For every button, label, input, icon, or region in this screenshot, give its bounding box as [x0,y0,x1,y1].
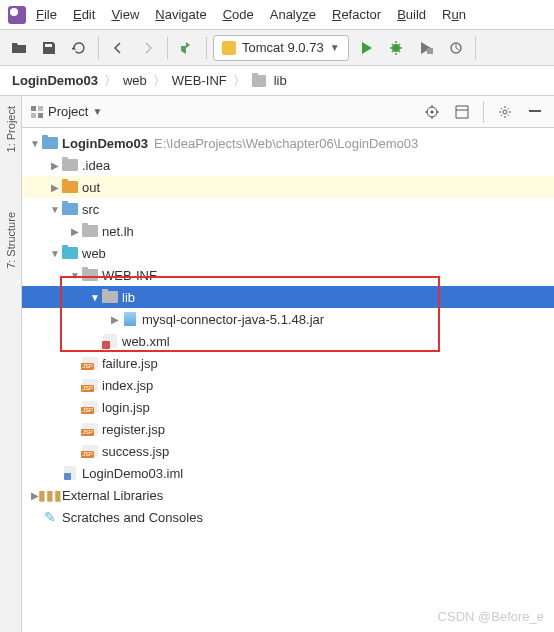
menu-navigate[interactable]: Navigate [149,4,212,25]
svg-point-9 [503,110,507,114]
library-icon: ▮▮▮ [42,487,58,503]
hide-button[interactable] [524,101,546,123]
svg-rect-3 [31,106,36,111]
tree-node-iml[interactable]: LoginDemo03.iml [22,462,554,484]
run-config-select[interactable]: Tomcat 9.0.73 ▼ [213,35,349,61]
svg-rect-1 [427,48,433,54]
settings-button[interactable] [494,101,516,123]
panel-header: Project ▼ [22,96,554,128]
run-button[interactable] [353,35,379,61]
tree-node-lib[interactable]: ▼ lib [22,286,554,308]
tree-node-webxml[interactable]: web.xml [22,330,554,352]
module-icon [42,137,58,149]
tree-node-out[interactable]: ▶ out [22,176,554,198]
chevron-down-icon[interactable]: ▼ [92,106,102,117]
forward-button[interactable] [135,35,161,61]
tree-node-idea[interactable]: ▶ .idea [22,154,554,176]
tomcat-icon [222,41,236,55]
breadcrumb-root[interactable]: LoginDemo03 [12,73,98,88]
side-tabs: 1: Project 7: Structure [0,96,22,632]
profile-button[interactable] [443,35,469,61]
folder-icon [102,291,118,303]
tree-root[interactable]: ▼ LoginDemo03 E:\IdeaProjects\Web\chapte… [22,132,554,154]
save-button[interactable] [36,35,62,61]
panel-title: Project [48,104,88,119]
menu-refactor[interactable]: Refactor [326,4,387,25]
svg-rect-5 [31,113,36,118]
app-icon [8,6,26,24]
project-panel-icon [30,105,44,119]
tree-node-scratches[interactable]: ✎ Scratches and Consoles [22,506,554,528]
tree-node-src[interactable]: ▼ src [22,198,554,220]
folder-icon [62,181,78,193]
package-icon [82,225,98,237]
tree-node-webinf[interactable]: ▼ WEB-INF [22,264,554,286]
open-button[interactable] [6,35,32,61]
source-folder-icon [62,203,78,215]
refresh-button[interactable] [66,35,92,61]
back-button[interactable] [105,35,131,61]
menu-run[interactable]: Run [436,4,472,25]
jsp-icon [82,357,98,369]
svg-point-0 [392,44,400,52]
build-button[interactable] [174,35,200,61]
jsp-icon [82,401,98,413]
jsp-icon [82,379,98,391]
breadcrumb: LoginDemo03 〉 web 〉 WEB-INF 〉 lib [0,66,554,96]
watermark: CSDN @Before_e [438,609,544,624]
svg-rect-4 [38,106,43,111]
jsp-icon [82,445,98,457]
tab-structure[interactable]: 7: Structure [5,212,17,269]
svg-point-8 [431,110,434,113]
folder-icon [252,75,266,87]
breadcrumb-item[interactable]: web [123,73,147,88]
tree-node-jsp[interactable]: failure.jsp [22,352,554,374]
tree-node-jsp[interactable]: register.jsp [22,418,554,440]
tree-node-jsp[interactable]: login.jsp [22,396,554,418]
tree-node-jsp[interactable]: index.jsp [22,374,554,396]
svg-rect-6 [38,113,43,118]
menu-bar: File Edit View Navigate Code Analyze Ref… [0,0,554,30]
menu-edit[interactable]: Edit [67,4,101,25]
tree-node-jsp[interactable]: success.jsp [22,440,554,462]
menu-file[interactable]: File [30,4,63,25]
tab-project[interactable]: 1: Project [5,106,17,152]
menu-code[interactable]: Code [217,4,260,25]
chevron-down-icon: ▼ [330,42,340,53]
svg-rect-10 [529,110,541,112]
toolbar: Tomcat 9.0.73 ▼ [0,30,554,66]
tree-node-jar[interactable]: ▶ mysql-connector-java-5.1.48.jar [22,308,554,330]
folder-icon [62,159,78,171]
run-config-label: Tomcat 9.0.73 [242,40,324,55]
jar-icon [124,312,136,326]
jsp-icon [82,423,98,435]
iml-icon [64,466,76,480]
collapse-button[interactable] [451,101,473,123]
tree-node-extlib[interactable]: ▶▮▮▮ External Libraries [22,484,554,506]
web-folder-icon [62,247,78,259]
menu-build[interactable]: Build [391,4,432,25]
folder-icon [82,269,98,281]
scratches-icon: ✎ [42,509,58,525]
coverage-button[interactable] [413,35,439,61]
breadcrumb-item[interactable]: WEB-INF [172,73,227,88]
breadcrumb-item[interactable]: lib [274,73,287,88]
tree-node-web[interactable]: ▼ web [22,242,554,264]
menu-view[interactable]: View [105,4,145,25]
project-tree: ▼ LoginDemo03 E:\IdeaProjects\Web\chapte… [22,128,554,632]
menu-analyze[interactable]: Analyze [264,4,322,25]
debug-button[interactable] [383,35,409,61]
locate-button[interactable] [421,101,443,123]
xml-icon [103,334,117,348]
tree-node-package[interactable]: ▶ net.lh [22,220,554,242]
